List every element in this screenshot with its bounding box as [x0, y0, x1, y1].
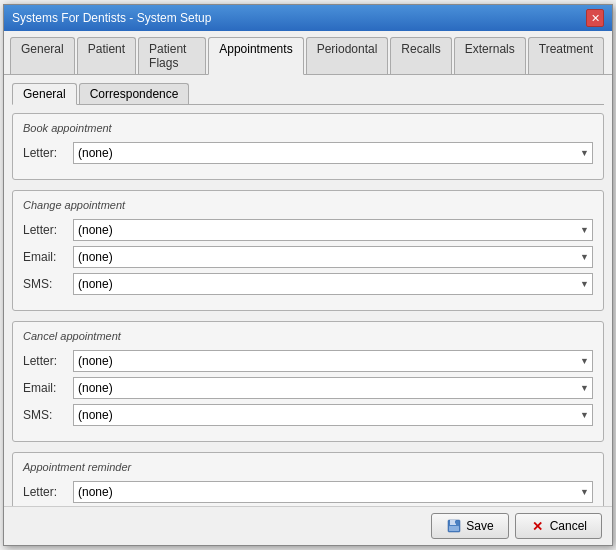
sub-tab-correspondence[interactable]: Correspondence: [79, 83, 190, 104]
cancel-label: Cancel: [550, 519, 587, 533]
appointment-reminder-title: Appointment reminder: [23, 461, 593, 473]
change-email-row: Email: (none): [23, 246, 593, 268]
book-appointment-section: Book appointment Letter: (none): [12, 113, 604, 180]
sub-tab-general[interactable]: General: [12, 83, 77, 105]
change-sms-select[interactable]: (none): [73, 273, 593, 295]
tab-patient[interactable]: Patient: [77, 37, 136, 74]
cancel-sms-label: SMS:: [23, 408, 73, 422]
cancel-sms-select-wrapper: (none): [73, 404, 593, 426]
save-button[interactable]: Save: [431, 513, 508, 539]
main-window: Systems For Dentists - System Setup ✕ Ge…: [3, 4, 613, 546]
cancel-email-label: Email:: [23, 381, 73, 395]
cancel-letter-select[interactable]: (none): [73, 350, 593, 372]
window-title: Systems For Dentists - System Setup: [12, 11, 211, 25]
change-letter-label: Letter:: [23, 223, 73, 237]
cancel-email-select[interactable]: (none): [73, 377, 593, 399]
tab-patient-flags[interactable]: Patient Flags: [138, 37, 206, 74]
title-bar: Systems For Dentists - System Setup ✕: [4, 5, 612, 31]
book-letter-select-wrapper: (none): [73, 142, 593, 164]
change-letter-row: Letter: (none): [23, 219, 593, 241]
change-sms-select-wrapper: (none): [73, 273, 593, 295]
change-sms-row: SMS: (none): [23, 273, 593, 295]
cancel-sms-select[interactable]: (none): [73, 404, 593, 426]
book-letter-row: Letter: (none): [23, 142, 593, 164]
tab-appointments[interactable]: Appointments: [208, 37, 303, 75]
change-email-label: Email:: [23, 250, 73, 264]
change-email-select-wrapper: (none): [73, 246, 593, 268]
cancel-email-select-wrapper: (none): [73, 377, 593, 399]
cancel-letter-select-wrapper: (none): [73, 350, 593, 372]
cancel-letter-row: Letter: (none): [23, 350, 593, 372]
tab-periodontal[interactable]: Periodontal: [306, 37, 389, 74]
change-appointment-title: Change appointment: [23, 199, 593, 211]
change-letter-select-wrapper: (none): [73, 219, 593, 241]
close-button[interactable]: ✕: [586, 9, 604, 27]
content-area: General Correspondence Book appointment …: [4, 75, 612, 506]
change-appointment-section: Change appointment Letter: (none) Email:…: [12, 190, 604, 311]
reminder-letter-select[interactable]: (none): [73, 481, 593, 503]
appointment-reminder-section: Appointment reminder Letter: (none) Emai…: [12, 452, 604, 506]
tab-treatment[interactable]: Treatment: [528, 37, 604, 74]
main-tab-bar: General Patient Patient Flags Appointmen…: [4, 31, 612, 75]
cancel-sms-row: SMS: (none): [23, 404, 593, 426]
change-email-select[interactable]: (none): [73, 246, 593, 268]
cancel-email-row: Email: (none): [23, 377, 593, 399]
cancel-appointment-section: Cancel appointment Letter: (none) Email:…: [12, 321, 604, 442]
sub-tab-bar: General Correspondence: [12, 83, 604, 105]
book-letter-label: Letter:: [23, 146, 73, 160]
save-label: Save: [466, 519, 493, 533]
reminder-letter-row: Letter: (none): [23, 481, 593, 503]
save-icon: [446, 518, 462, 534]
change-letter-select[interactable]: (none): [73, 219, 593, 241]
reminder-letter-select-wrapper: (none): [73, 481, 593, 503]
tab-recalls[interactable]: Recalls: [390, 37, 451, 74]
book-appointment-title: Book appointment: [23, 122, 593, 134]
cancel-button[interactable]: ✕ Cancel: [515, 513, 602, 539]
change-sms-label: SMS:: [23, 277, 73, 291]
tab-externals[interactable]: Externals: [454, 37, 526, 74]
cancel-icon: ✕: [530, 518, 546, 534]
footer: Save ✕ Cancel: [4, 506, 612, 545]
reminder-letter-label: Letter:: [23, 485, 73, 499]
book-letter-select[interactable]: (none): [73, 142, 593, 164]
svg-rect-2: [449, 526, 459, 531]
tab-general[interactable]: General: [10, 37, 75, 74]
cancel-letter-label: Letter:: [23, 354, 73, 368]
svg-rect-3: [455, 521, 457, 524]
cancel-appointment-title: Cancel appointment: [23, 330, 593, 342]
